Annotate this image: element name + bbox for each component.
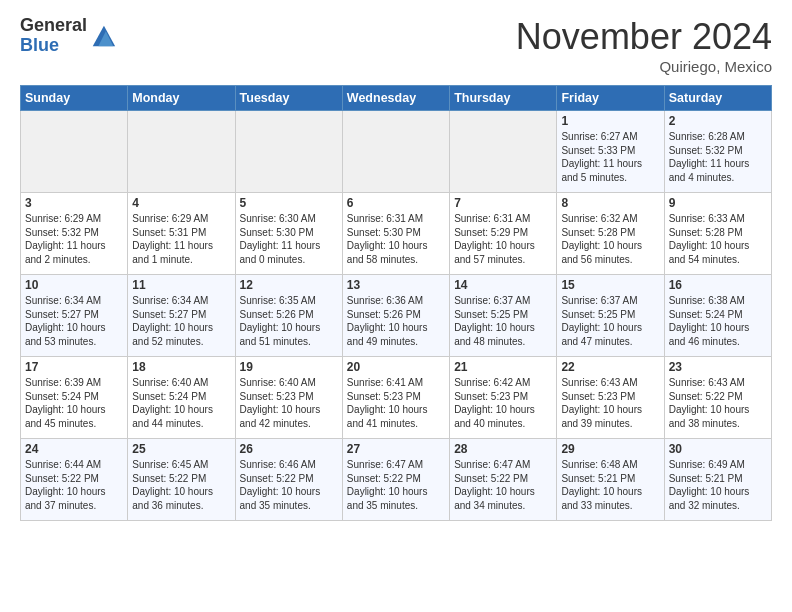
day-number: 8	[561, 196, 659, 210]
calendar-header-row: SundayMondayTuesdayWednesdayThursdayFrid…	[21, 86, 772, 111]
day-number: 9	[669, 196, 767, 210]
day-number: 11	[132, 278, 230, 292]
page: General Blue November 2024 Quiriego, Mex…	[0, 0, 792, 537]
day-info: Sunrise: 6:27 AM Sunset: 5:33 PM Dayligh…	[561, 130, 659, 184]
calendar-cell: 4Sunrise: 6:29 AM Sunset: 5:31 PM Daylig…	[128, 193, 235, 275]
day-info: Sunrise: 6:44 AM Sunset: 5:22 PM Dayligh…	[25, 458, 123, 512]
header: General Blue November 2024 Quiriego, Mex…	[20, 16, 772, 75]
logo-blue: Blue	[20, 36, 87, 56]
calendar-cell: 16Sunrise: 6:38 AM Sunset: 5:24 PM Dayli…	[664, 275, 771, 357]
day-info: Sunrise: 6:28 AM Sunset: 5:32 PM Dayligh…	[669, 130, 767, 184]
day-number: 21	[454, 360, 552, 374]
calendar: SundayMondayTuesdayWednesdayThursdayFrid…	[20, 85, 772, 521]
calendar-cell: 11Sunrise: 6:34 AM Sunset: 5:27 PM Dayli…	[128, 275, 235, 357]
calendar-cell: 14Sunrise: 6:37 AM Sunset: 5:25 PM Dayli…	[450, 275, 557, 357]
calendar-cell: 17Sunrise: 6:39 AM Sunset: 5:24 PM Dayli…	[21, 357, 128, 439]
calendar-cell	[450, 111, 557, 193]
day-info: Sunrise: 6:48 AM Sunset: 5:21 PM Dayligh…	[561, 458, 659, 512]
logo: General Blue	[20, 16, 117, 56]
calendar-cell	[21, 111, 128, 193]
day-number: 30	[669, 442, 767, 456]
day-info: Sunrise: 6:49 AM Sunset: 5:21 PM Dayligh…	[669, 458, 767, 512]
calendar-cell: 24Sunrise: 6:44 AM Sunset: 5:22 PM Dayli…	[21, 439, 128, 521]
day-info: Sunrise: 6:35 AM Sunset: 5:26 PM Dayligh…	[240, 294, 338, 348]
day-number: 1	[561, 114, 659, 128]
day-info: Sunrise: 6:40 AM Sunset: 5:24 PM Dayligh…	[132, 376, 230, 430]
day-info: Sunrise: 6:47 AM Sunset: 5:22 PM Dayligh…	[347, 458, 445, 512]
day-info: Sunrise: 6:37 AM Sunset: 5:25 PM Dayligh…	[454, 294, 552, 348]
calendar-cell: 3Sunrise: 6:29 AM Sunset: 5:32 PM Daylig…	[21, 193, 128, 275]
day-info: Sunrise: 6:33 AM Sunset: 5:28 PM Dayligh…	[669, 212, 767, 266]
calendar-header-wednesday: Wednesday	[342, 86, 449, 111]
day-info: Sunrise: 6:43 AM Sunset: 5:22 PM Dayligh…	[669, 376, 767, 430]
day-info: Sunrise: 6:41 AM Sunset: 5:23 PM Dayligh…	[347, 376, 445, 430]
calendar-cell	[235, 111, 342, 193]
calendar-cell: 20Sunrise: 6:41 AM Sunset: 5:23 PM Dayli…	[342, 357, 449, 439]
day-info: Sunrise: 6:29 AM Sunset: 5:32 PM Dayligh…	[25, 212, 123, 266]
calendar-week-3: 17Sunrise: 6:39 AM Sunset: 5:24 PM Dayli…	[21, 357, 772, 439]
day-info: Sunrise: 6:31 AM Sunset: 5:29 PM Dayligh…	[454, 212, 552, 266]
day-number: 12	[240, 278, 338, 292]
day-number: 22	[561, 360, 659, 374]
calendar-cell: 6Sunrise: 6:31 AM Sunset: 5:30 PM Daylig…	[342, 193, 449, 275]
calendar-cell: 22Sunrise: 6:43 AM Sunset: 5:23 PM Dayli…	[557, 357, 664, 439]
day-number: 10	[25, 278, 123, 292]
day-number: 7	[454, 196, 552, 210]
day-number: 3	[25, 196, 123, 210]
day-number: 29	[561, 442, 659, 456]
calendar-cell: 29Sunrise: 6:48 AM Sunset: 5:21 PM Dayli…	[557, 439, 664, 521]
day-number: 14	[454, 278, 552, 292]
day-number: 13	[347, 278, 445, 292]
calendar-header-saturday: Saturday	[664, 86, 771, 111]
day-number: 26	[240, 442, 338, 456]
calendar-week-4: 24Sunrise: 6:44 AM Sunset: 5:22 PM Dayli…	[21, 439, 772, 521]
calendar-header-sunday: Sunday	[21, 86, 128, 111]
calendar-cell: 12Sunrise: 6:35 AM Sunset: 5:26 PM Dayli…	[235, 275, 342, 357]
logo-general: General	[20, 16, 87, 36]
day-info: Sunrise: 6:32 AM Sunset: 5:28 PM Dayligh…	[561, 212, 659, 266]
day-info: Sunrise: 6:39 AM Sunset: 5:24 PM Dayligh…	[25, 376, 123, 430]
calendar-week-2: 10Sunrise: 6:34 AM Sunset: 5:27 PM Dayli…	[21, 275, 772, 357]
day-info: Sunrise: 6:31 AM Sunset: 5:30 PM Dayligh…	[347, 212, 445, 266]
title-block: November 2024 Quiriego, Mexico	[516, 16, 772, 75]
day-info: Sunrise: 6:46 AM Sunset: 5:22 PM Dayligh…	[240, 458, 338, 512]
day-number: 4	[132, 196, 230, 210]
day-number: 5	[240, 196, 338, 210]
calendar-cell	[342, 111, 449, 193]
day-info: Sunrise: 6:29 AM Sunset: 5:31 PM Dayligh…	[132, 212, 230, 266]
day-number: 16	[669, 278, 767, 292]
calendar-cell: 15Sunrise: 6:37 AM Sunset: 5:25 PM Dayli…	[557, 275, 664, 357]
day-info: Sunrise: 6:37 AM Sunset: 5:25 PM Dayligh…	[561, 294, 659, 348]
day-number: 25	[132, 442, 230, 456]
calendar-cell: 18Sunrise: 6:40 AM Sunset: 5:24 PM Dayli…	[128, 357, 235, 439]
calendar-cell: 13Sunrise: 6:36 AM Sunset: 5:26 PM Dayli…	[342, 275, 449, 357]
calendar-cell: 2Sunrise: 6:28 AM Sunset: 5:32 PM Daylig…	[664, 111, 771, 193]
calendar-cell: 28Sunrise: 6:47 AM Sunset: 5:22 PM Dayli…	[450, 439, 557, 521]
day-number: 18	[132, 360, 230, 374]
calendar-cell: 5Sunrise: 6:30 AM Sunset: 5:30 PM Daylig…	[235, 193, 342, 275]
calendar-header-monday: Monday	[128, 86, 235, 111]
calendar-cell: 21Sunrise: 6:42 AM Sunset: 5:23 PM Dayli…	[450, 357, 557, 439]
day-info: Sunrise: 6:47 AM Sunset: 5:22 PM Dayligh…	[454, 458, 552, 512]
calendar-week-1: 3Sunrise: 6:29 AM Sunset: 5:32 PM Daylig…	[21, 193, 772, 275]
day-info: Sunrise: 6:30 AM Sunset: 5:30 PM Dayligh…	[240, 212, 338, 266]
day-info: Sunrise: 6:34 AM Sunset: 5:27 PM Dayligh…	[25, 294, 123, 348]
day-number: 23	[669, 360, 767, 374]
day-number: 28	[454, 442, 552, 456]
calendar-header-tuesday: Tuesday	[235, 86, 342, 111]
day-info: Sunrise: 6:34 AM Sunset: 5:27 PM Dayligh…	[132, 294, 230, 348]
calendar-cell: 8Sunrise: 6:32 AM Sunset: 5:28 PM Daylig…	[557, 193, 664, 275]
day-number: 20	[347, 360, 445, 374]
day-number: 6	[347, 196, 445, 210]
calendar-header-thursday: Thursday	[450, 86, 557, 111]
calendar-cell: 26Sunrise: 6:46 AM Sunset: 5:22 PM Dayli…	[235, 439, 342, 521]
logo-icon	[89, 22, 117, 50]
calendar-cell: 25Sunrise: 6:45 AM Sunset: 5:22 PM Dayli…	[128, 439, 235, 521]
calendar-cell: 30Sunrise: 6:49 AM Sunset: 5:21 PM Dayli…	[664, 439, 771, 521]
calendar-cell: 19Sunrise: 6:40 AM Sunset: 5:23 PM Dayli…	[235, 357, 342, 439]
day-number: 19	[240, 360, 338, 374]
day-number: 24	[25, 442, 123, 456]
calendar-cell: 23Sunrise: 6:43 AM Sunset: 5:22 PM Dayli…	[664, 357, 771, 439]
day-number: 15	[561, 278, 659, 292]
day-info: Sunrise: 6:43 AM Sunset: 5:23 PM Dayligh…	[561, 376, 659, 430]
